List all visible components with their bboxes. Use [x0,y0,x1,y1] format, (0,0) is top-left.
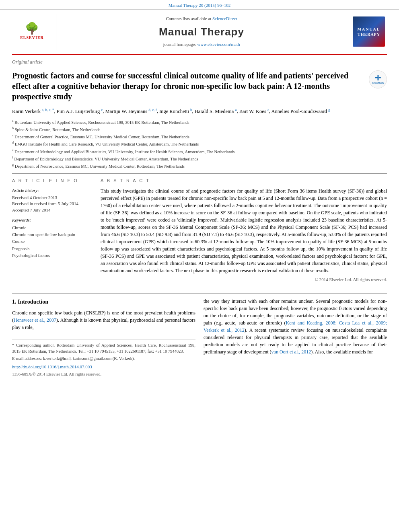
affiliation-d: d EMGO Institute for Health and Care Res… [12,140,387,147]
abstract-text: This study investigates the clinical cou… [101,187,387,274]
elsevier-brand: ELSEVIER [20,35,44,41]
crossmark-badge: ✛ CrossMark [369,70,387,88]
kent-link[interactable]: Kent and Keating, 2008; Costa Lda et al.… [204,320,387,333]
journal-top-bar: Manual Therapy 20 (2015) 96–102 [0,0,399,10]
body-col-right: the way they interact with each other re… [204,298,387,377]
journal-homepage: journal homepage: www.elsevier.com/math [163,41,240,47]
homepage-url[interactable]: www.elsevier.com/math [197,42,240,47]
author-koes: Bart W. Koes c [239,109,269,114]
author-ronchetti: Inge Ronchetti b [159,109,192,114]
logo-line2: THERAPY [358,32,380,37]
elsevier-tree-icon: 🌳 [25,23,39,34]
article-info-col: A R T I C L E I N F O Article history: R… [12,178,93,283]
intro-right-text: the way they interact with each other re… [204,298,387,355]
body-col-left: 1. Introduction Chronic non-specific low… [12,298,195,377]
contents-label: Contents lists available at [166,16,211,21]
copyright-line: © 2014 Elsevier Ltd. All rights reserved… [101,277,387,283]
heneweer-link[interactable]: Heneweer et al., 2007 [14,317,56,323]
journal-volume-info: Manual Therapy 20 (2015) 96–102 [169,3,230,8]
main-content: Original article Prognostic factors and … [12,55,387,287]
separator-affiliations [12,173,387,174]
authors-text: Karin Verkerk a, b, c, *, Pim A.J. Luijs… [12,109,330,114]
doi-line: http://dx.doi.org/10.1016/j.math.2014.07… [12,364,195,370]
section-title-text: Introduction [18,299,48,305]
article-title-text: Prognostic factors and course for succes… [12,71,348,101]
journal-logo-image: MANUAL THERAPY [353,16,385,47]
header-left: 🌳 ELSEVIER [12,14,56,49]
kw-chronic: Chronic [12,225,93,231]
affiliations: a Rotterdam University of Applied Scienc… [12,119,387,170]
affiliation-g: g Department of Neuroscience, Erasmus MC… [12,162,387,169]
header-right: MANUAL THERAPY [347,14,387,49]
header-center: Contents lists available at ScienceDirec… [56,14,347,49]
keywords-section: Keywords: Chronic Chronic non-specific l… [12,217,93,259]
affiliation-a: a Rotterdam University of Applied Scienc… [12,119,387,125]
author-miedema: Harald S. Miedema a [195,109,237,114]
intro-left-text: Chronic non-specific low back pain (CNSL… [12,309,195,331]
author-verkerk: Karin Verkerk a, b, c, * [12,109,54,114]
elsevier-logo-box: 🌳 ELSEVIER [15,21,49,43]
homepage-label: journal homepage: [163,42,196,47]
affiliation-f: f Department of Epidemiology and Biostat… [12,155,387,162]
section-number: 1. [12,299,16,305]
page-container: Manual Therapy 20 (2015) 96–102 🌳 ELSEVI… [0,0,399,377]
kw-cnslbp: Chronic non-specific low back pain [12,232,93,238]
bottom-separator [12,293,387,294]
crossmark-label: CrossMark [372,82,384,85]
affiliation-e: e Department of Methodology and Applied … [12,148,387,155]
science-direct-anchor[interactable]: ScienceDirect [212,16,237,21]
intro-title: 1. Introduction [12,298,195,306]
received-date: Received 4 October 2013 [12,195,93,201]
article-type: Original article [12,59,387,68]
corresponding-author-note: * Corresponding author. Rotterdam Univer… [12,343,195,354]
author-heymans: Martijn W. Heymans d, e, f [105,109,157,114]
keywords-label: Keywords: [12,217,93,223]
crossmark-icon: ✛ [375,74,381,82]
abstract-header: A B S T R A C T [101,178,387,184]
authors-line: Karin Verkerk a, b, c, *, Pim A.J. Luijs… [12,107,387,115]
author-luijsterburg: Pim A.J. Luijsterburg c [57,109,103,114]
footnote-section: * Corresponding author. Rotterdam Univer… [12,339,195,377]
abstract-col: A B S T R A C T This study investigates … [101,178,387,283]
article-history: Article history: Received 4 October 2013… [12,187,93,214]
email-line: E-mail addresses: k.verkerk@hr.nl, karin… [12,356,195,362]
article-title: Prognostic factors and course for succes… [12,70,387,102]
header-section: 🌳 ELSEVIER Contents lists available at S… [12,10,387,54]
body-content: 1. Introduction Chronic non-specific low… [12,298,387,377]
logo-line1: MANUAL [358,27,380,32]
accepted-date: Accepted 7 July 2014 [12,207,93,213]
two-col-body: 1. Introduction Chronic non-specific low… [12,298,387,377]
received-revised-date: Received in revised form 5 July 2014 [12,201,93,207]
vanoort-link[interactable]: van Oort et al., 2012 [271,349,311,355]
science-direct-link: Contents lists available at ScienceDirec… [166,16,237,22]
journal-title-display: Manual Therapy [159,25,244,39]
affiliation-b: b Spine & Joint Centre, Rotterdam, The N… [12,126,387,133]
issn-line: 1356-689X/© 2014 Elsevier Ltd. All right… [12,372,195,378]
history-label: Article history: [12,187,93,193]
article-info-header: A R T I C L E I N F O [12,178,93,184]
affiliation-c: c Department of General Practice, Erasmu… [12,133,387,140]
kw-course: Course [12,238,93,244]
kw-prognosis: Prognosis [12,246,93,252]
kw-psychological: Psychological factors [12,253,93,259]
author-pool: Annelies Pool-Goudzwaard g [271,109,330,114]
two-column-section: A R T I C L E I N F O Article history: R… [12,178,387,283]
